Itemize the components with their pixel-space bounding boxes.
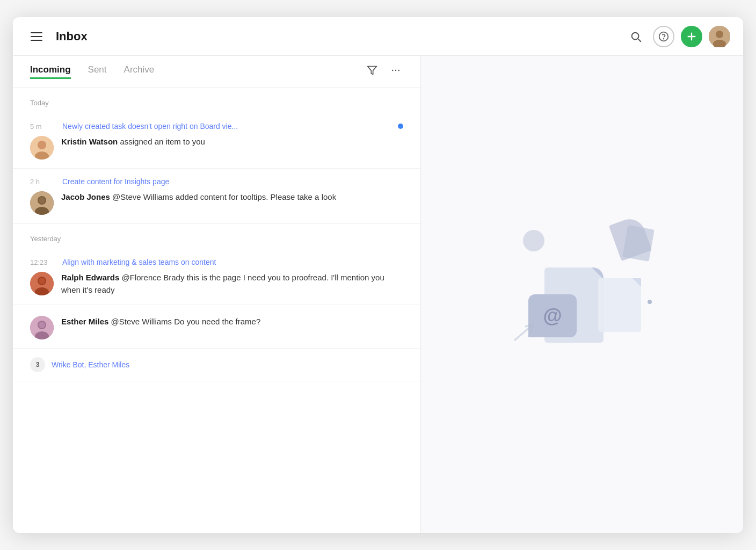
avatar (30, 191, 54, 215)
help-icon (658, 31, 669, 42)
tabs-list: Incoming Sent Archive (30, 64, 365, 79)
deco-dot (648, 300, 652, 304)
notification-item[interactable]: 2 h Create content for Insights page (13, 169, 420, 224)
at-symbol: @ (543, 305, 562, 327)
small-doc (598, 278, 641, 332)
unread-indicator (398, 124, 403, 129)
filter-button[interactable] (365, 63, 380, 81)
notif-time: 2 h (30, 178, 56, 186)
deco-arrow (512, 321, 539, 343)
notif-text: Esther Miles @Steve Williams Do you need… (61, 316, 260, 328)
notif-message: @Steve Williams added content for toolti… (110, 192, 336, 201)
svg-point-16 (38, 141, 46, 149)
svg-point-3 (664, 38, 664, 39)
svg-point-12 (398, 70, 400, 71)
notification-count-badge: 3 (30, 357, 45, 372)
deco-shape-2 (622, 225, 655, 262)
tabs-actions (365, 63, 403, 81)
avatar (30, 316, 54, 339)
notif-meta: 3 Wrike Bot, Esther Miles (30, 357, 403, 372)
more-options-button[interactable] (388, 63, 403, 81)
inbox-illustration: @ (501, 214, 663, 375)
svg-point-28 (39, 322, 45, 328)
notif-text: Jacob Jones @Steve Williams added conten… (61, 191, 336, 204)
notif-time: 12:23 (30, 258, 56, 266)
header-right (625, 26, 730, 47)
notifications-list: Today 5 m Newly created task doesn't ope… (13, 88, 420, 533)
notif-body: Esther Miles @Steve Williams Do you need… (30, 314, 403, 339)
left-panel: Incoming Sent Archive (13, 56, 421, 533)
notification-item[interactable]: 12:23 Align with marketing & sales teams… (13, 249, 420, 305)
menu-icon (28, 30, 45, 43)
svg-line-1 (638, 39, 641, 41)
search-button[interactable] (625, 26, 646, 47)
page-title: Inbox (56, 30, 88, 44)
notif-task: Wrike Bot, Esther Miles (52, 360, 403, 369)
notification-item[interactable]: 3 Wrike Bot, Esther Miles (13, 349, 420, 381)
menu-button[interactable] (26, 26, 47, 47)
svg-point-11 (395, 70, 397, 71)
svg-point-24 (39, 278, 45, 284)
sender-name: Jacob Jones (61, 192, 110, 201)
filter-icon (367, 65, 377, 76)
notif-time: 5 m (30, 122, 56, 131)
right-panel: @ (421, 56, 743, 533)
deco-circle (523, 230, 544, 251)
help-button[interactable] (653, 26, 674, 47)
notif-task: Create content for Insights page (62, 177, 403, 186)
tab-incoming[interactable]: Incoming (30, 64, 71, 79)
avatar (30, 272, 54, 295)
header-left: Inbox (26, 26, 88, 47)
add-icon (686, 31, 697, 42)
header: Inbox (13, 17, 743, 56)
notif-task: Align with marketing & sales teams on co… (62, 258, 403, 266)
doc-fold (592, 267, 604, 279)
add-button[interactable] (681, 26, 702, 47)
user-avatar (709, 26, 730, 47)
more-icon (390, 65, 401, 76)
svg-point-7 (716, 31, 723, 38)
section-yesterday-label: Yesterday (13, 224, 420, 249)
user-avatar-button[interactable] (709, 26, 730, 47)
notif-meta: 5 m Newly created task doesn't open righ… (30, 122, 403, 131)
notif-meta: 2 h Create content for Insights page (30, 177, 403, 186)
sender-name: Ralph Edwards (61, 273, 119, 282)
notif-task: Newly created task doesn't open right on… (62, 122, 391, 131)
notification-item[interactable]: 5 m Newly created task doesn't open righ… (13, 113, 420, 169)
avatar (30, 136, 54, 160)
svg-point-10 (392, 70, 394, 71)
notification-item[interactable]: Esther Miles @Steve Williams Do you need… (13, 305, 420, 349)
svg-point-20 (39, 197, 45, 204)
small-doc-fold (633, 278, 641, 287)
notif-text: Kristin Watson assigned an item to you (61, 136, 205, 148)
notif-body: Jacob Jones @Steve Williams added conten… (30, 191, 403, 215)
notif-meta: 12:23 Align with marketing & sales teams… (30, 258, 403, 266)
app-window: Inbox (13, 17, 743, 533)
notif-text: Ralph Edwards @Florence Brady this is th… (61, 272, 403, 296)
main-content: Incoming Sent Archive (13, 56, 743, 533)
svg-marker-9 (368, 67, 377, 75)
sender-name: Esther Miles (61, 317, 108, 326)
notif-message: assigned an item to you (118, 137, 205, 146)
notif-body: Ralph Edwards @Florence Brady this is th… (30, 272, 403, 296)
notif-body: Kristin Watson assigned an item to you (30, 136, 403, 160)
section-today-label: Today (13, 88, 420, 113)
tab-sent[interactable]: Sent (88, 64, 107, 79)
sender-name: Kristin Watson (61, 137, 118, 146)
tabs-bar: Incoming Sent Archive (13, 56, 420, 88)
tab-archive[interactable]: Archive (124, 64, 155, 79)
search-icon (630, 31, 642, 42)
notif-message: @Steve Williams Do you need the frame? (108, 317, 260, 326)
